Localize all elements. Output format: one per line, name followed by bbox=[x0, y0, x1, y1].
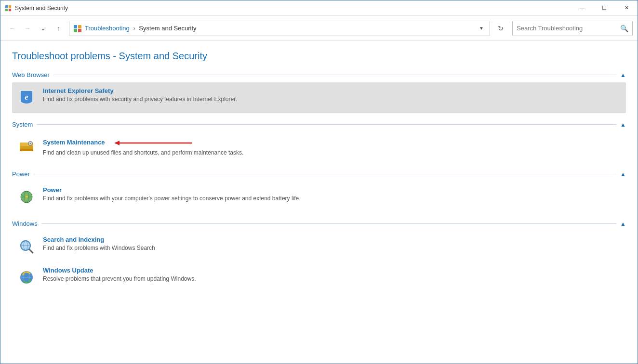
address-dropdown-button[interactable]: ▼ bbox=[477, 25, 486, 32]
windows-update-text: Windows Update Resolve problems that pre… bbox=[43, 267, 622, 282]
section-label-system: System bbox=[12, 121, 37, 128]
section-header-web-browser: Web Browser ▲ bbox=[12, 71, 626, 78]
section-divider-system bbox=[37, 124, 616, 125]
ie-safety-desc: Find and fix problems with security and … bbox=[43, 96, 622, 103]
content-area: Troubleshoot problems - System and Secur… bbox=[0, 41, 638, 364]
item-search-indexing[interactable]: Search and Indexing Find and fix problem… bbox=[12, 231, 626, 262]
search-indexing-desc: Find and fix problems with Windows Searc… bbox=[43, 245, 622, 251]
ie-safety-title: Internet Explorer Safety bbox=[43, 87, 622, 94]
item-windows-update[interactable]: Windows Update Resolve problems that pre… bbox=[12, 262, 626, 293]
back-button[interactable]: ← bbox=[5, 22, 19, 35]
windows-update-icon bbox=[16, 267, 37, 288]
section-label-windows: Windows bbox=[12, 220, 41, 227]
recent-locations-button[interactable]: ⌄ bbox=[36, 22, 50, 35]
system-maintenance-icon bbox=[16, 137, 37, 158]
svg-rect-4 bbox=[74, 25, 77, 28]
address-bar[interactable]: Troubleshooting › System and Security ▼ bbox=[69, 21, 490, 36]
titlebar-left: System and Security bbox=[4, 4, 68, 12]
titlebar-title: System and Security bbox=[15, 5, 68, 12]
section-label-power: Power bbox=[12, 170, 34, 178]
titlebar: System and Security — ☐ ✕ bbox=[0, 0, 638, 16]
search-indexing-text: Search and Indexing Find and fix problem… bbox=[43, 236, 622, 251]
section-divider-web-browser bbox=[53, 75, 616, 75]
breadcrumb-right: System and Security bbox=[139, 25, 196, 32]
section-collapse-windows[interactable]: ▲ bbox=[620, 221, 626, 227]
item-system-maintenance[interactable]: System Maintenance Find and clean up unu… bbox=[12, 132, 626, 163]
section-collapse-power[interactable]: ▲ bbox=[620, 171, 626, 178]
section-windows: Windows ▲ bbox=[12, 220, 626, 293]
svg-rect-7 bbox=[78, 29, 81, 32]
refresh-button[interactable]: ↻ bbox=[494, 22, 507, 35]
power-text: Power Find and fix problems with your co… bbox=[43, 186, 622, 202]
ie-safety-icon: e bbox=[16, 87, 37, 108]
svg-line-25 bbox=[29, 249, 33, 253]
minimize-button[interactable]: — bbox=[571, 0, 593, 16]
section-header-power: Power ▲ bbox=[12, 170, 626, 178]
system-maintenance-desc: Find and clean up unused files and short… bbox=[43, 149, 622, 156]
section-divider-windows bbox=[41, 223, 616, 224]
up-button[interactable]: ↑ bbox=[52, 22, 65, 35]
system-maintenance-text: System Maintenance Find and clean up unu… bbox=[43, 137, 622, 156]
page-title: Troubleshoot problems - System and Secur… bbox=[12, 51, 626, 62]
item-ie-safety[interactable]: e Internet Explorer Safety Find and fix … bbox=[12, 82, 626, 113]
svg-rect-6 bbox=[74, 29, 77, 32]
svg-rect-5 bbox=[78, 25, 81, 28]
section-header-windows: Windows ▲ bbox=[12, 220, 626, 227]
system-maintenance-title: System Maintenance bbox=[43, 139, 105, 146]
power-title: Power bbox=[43, 186, 622, 194]
main-window: System and Security — ☐ ✕ ← → ⌄ ↑ Troubl… bbox=[0, 0, 638, 364]
navbar: ← → ⌄ ↑ Troubleshooting › System and Sec… bbox=[0, 16, 638, 41]
item-power[interactable]: Power Find and fix problems with your co… bbox=[12, 182, 626, 212]
breadcrumb-left[interactable]: Troubleshooting bbox=[85, 25, 130, 32]
svg-rect-1 bbox=[9, 5, 11, 7]
svg-marker-16 bbox=[115, 141, 120, 145]
system-maintenance-title-row: System Maintenance bbox=[43, 137, 622, 149]
search-icon: 🔍 bbox=[620, 25, 628, 32]
section-system: System ▲ bbox=[12, 121, 626, 163]
search-indexing-icon bbox=[16, 236, 37, 257]
search-bar[interactable]: 🔍 bbox=[512, 21, 633, 36]
svg-point-14 bbox=[30, 143, 31, 144]
power-desc: Find and fix problems with your computer… bbox=[43, 195, 622, 202]
svg-rect-0 bbox=[5, 5, 8, 7]
windows-update-desc: Resolve problems that prevent you from u… bbox=[43, 275, 622, 282]
search-indexing-title: Search and Indexing bbox=[43, 236, 622, 243]
section-web-browser: Web Browser ▲ e Internet Explorer Safety bbox=[12, 71, 626, 113]
svg-rect-2 bbox=[5, 8, 8, 11]
maximize-button[interactable]: ☐ bbox=[593, 0, 615, 16]
search-input[interactable] bbox=[517, 25, 620, 32]
power-icon bbox=[16, 186, 37, 208]
red-arrow-annotation bbox=[110, 137, 197, 149]
close-button[interactable]: ✕ bbox=[615, 0, 638, 16]
section-collapse-system[interactable]: ▲ bbox=[620, 121, 626, 128]
ie-safety-text: Internet Explorer Safety Find and fix pr… bbox=[43, 87, 622, 103]
titlebar-controls: — ☐ ✕ bbox=[571, 0, 638, 16]
section-collapse-web-browser[interactable]: ▲ bbox=[620, 72, 626, 78]
section-header-system: System ▲ bbox=[12, 121, 626, 128]
breadcrumb: Troubleshooting › System and Security bbox=[85, 25, 477, 32]
section-label-web-browser: Web Browser bbox=[12, 71, 53, 78]
section-power: Power ▲ bbox=[12, 170, 626, 212]
address-bar-icon bbox=[73, 24, 82, 33]
svg-text:e: e bbox=[25, 93, 28, 101]
forward-button[interactable]: → bbox=[21, 22, 34, 35]
section-divider-power bbox=[34, 174, 616, 174]
windows-update-title: Windows Update bbox=[43, 267, 622, 274]
svg-rect-3 bbox=[9, 8, 11, 11]
svg-rect-10 bbox=[20, 145, 33, 149]
window-icon bbox=[4, 4, 12, 12]
